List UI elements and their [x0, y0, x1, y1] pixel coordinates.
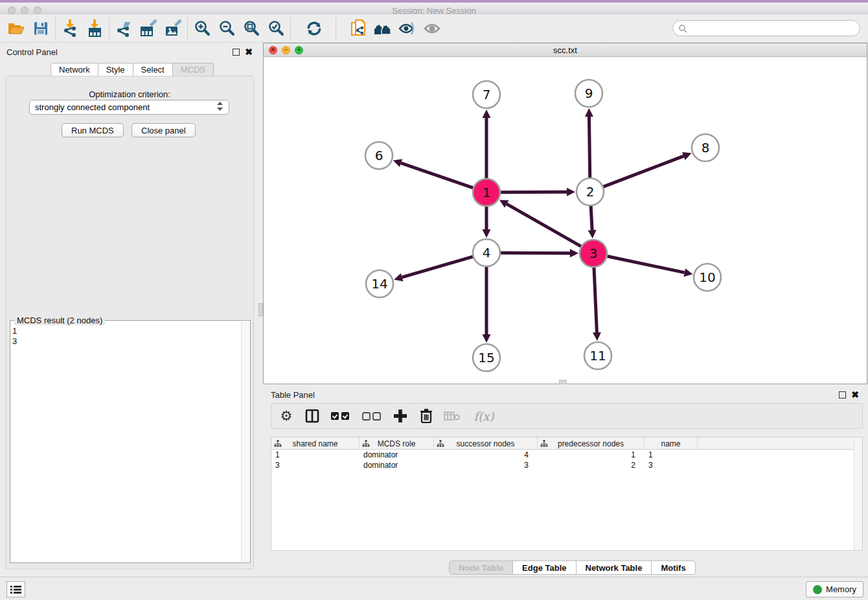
edge-2-3[interactable]: [591, 206, 592, 230]
refresh-icon[interactable]: [302, 17, 326, 40]
export-image-icon[interactable]: [161, 17, 185, 40]
cell-name[interactable]: 1: [645, 450, 698, 460]
optimization-criterion-label: Optimization criterion:: [6, 89, 253, 99]
gear-icon[interactable]: ⚙: [278, 408, 295, 424]
graph-node-label: 10: [699, 270, 715, 285]
network-resize-grip[interactable]: [559, 380, 567, 384]
column-header-name[interactable]: name: [645, 437, 698, 450]
edge-3-11[interactable]: [594, 268, 597, 332]
run-mcds-button[interactable]: Run MCDS: [62, 123, 124, 137]
main-toolbar: [0, 14, 868, 43]
table-row[interactable]: 3dominator323: [271, 460, 854, 470]
edge-arrowhead: [483, 229, 491, 238]
control-panel-title: Control Panel: [6, 47, 58, 57]
zoom-out-icon[interactable]: [214, 17, 239, 40]
edge-arrowhead: [483, 110, 491, 118]
edge-3-1[interactable]: [507, 204, 581, 246]
cell-successor-nodes[interactable]: 3: [434, 460, 538, 470]
edge-2-8[interactable]: [604, 156, 684, 187]
column-header-successor-nodes[interactable]: successor nodes: [434, 437, 538, 450]
list-icon: [10, 585, 21, 594]
edge-3-10[interactable]: [608, 257, 685, 273]
cell-name[interactable]: 3: [645, 460, 698, 470]
graph-node-label: 8: [702, 140, 710, 156]
node-table: shared nameMCDS rolesuccessor nodesprede…: [271, 437, 863, 551]
toolbar-separator: [290, 17, 291, 40]
tab-motifs[interactable]: Motifs: [652, 560, 695, 575]
result-scrollbar[interactable]: [241, 321, 249, 562]
edge-1-2[interactable]: [501, 192, 567, 192]
table-panel: Table Panel ✖ ⚙ f(x) shared nameMCDS ro: [263, 386, 868, 577]
edge-4-3[interactable]: [501, 253, 570, 253]
show-eye-icon[interactable]: [420, 17, 444, 40]
float-table-panel-icon[interactable]: [839, 391, 846, 398]
optimization-criterion-select[interactable]: strongly connected component: [29, 100, 229, 115]
hide-columns-icon[interactable]: [361, 408, 383, 424]
homes-icon[interactable]: [371, 17, 395, 40]
edge-1-6[interactable]: [401, 163, 473, 188]
clone-network-icon[interactable]: [346, 17, 371, 40]
memory-button[interactable]: Memory: [806, 581, 863, 597]
cell-shared-name[interactable]: 3: [271, 460, 360, 470]
tab-mcds[interactable]: MCDS: [173, 63, 214, 76]
graph-node-label: 11: [589, 348, 606, 363]
open-file-icon[interactable]: [4, 17, 29, 40]
hide-eye-icon[interactable]: [395, 17, 420, 40]
delete-column-icon[interactable]: [418, 408, 435, 424]
tab-network-table[interactable]: Network Table: [577, 560, 652, 575]
splitter-grip[interactable]: [258, 303, 263, 316]
toolbar-separator: [336, 17, 336, 40]
edge-arrowhead: [483, 334, 491, 343]
split-columns-icon[interactable]: [304, 408, 321, 424]
edge-2-9[interactable]: [589, 117, 589, 178]
table-scrollbar[interactable]: [854, 437, 862, 550]
export-network-icon[interactable]: [111, 17, 136, 40]
network-window-title: scc.txt: [264, 45, 867, 55]
delete-table-icon: [444, 408, 461, 424]
table-row[interactable]: 1dominator411: [271, 450, 854, 460]
tab-select[interactable]: Select: [133, 63, 173, 76]
tab-node-table[interactable]: Node Table: [449, 560, 513, 575]
cell-shared-name[interactable]: 1: [271, 450, 360, 460]
column-header-predecessor-nodes[interactable]: predecessor nodes: [538, 437, 645, 450]
zoom-selected-icon[interactable]: [264, 17, 288, 40]
show-columns-icon[interactable]: [330, 408, 352, 424]
tree-icon: [362, 440, 370, 447]
export-table-icon[interactable]: [136, 17, 161, 40]
graph-node-label: 7: [483, 87, 491, 102]
column-header-MCDS-role[interactable]: MCDS role: [360, 437, 434, 450]
cell-successor-nodes[interactable]: 4: [434, 450, 538, 460]
save-session-icon[interactable]: [29, 17, 53, 40]
network-view-window: ✕ − + scc.txt 7968124314101511: [263, 43, 867, 384]
close-table-panel-icon[interactable]: ✖: [851, 391, 859, 398]
zoom-fit-icon[interactable]: [239, 17, 264, 40]
column-header-shared-name[interactable]: shared name: [271, 437, 360, 450]
toolbar-separator: [109, 17, 109, 40]
panel-splitter[interactable]: [258, 43, 263, 577]
tab-network[interactable]: Network: [51, 63, 98, 76]
tab-style[interactable]: Style: [98, 63, 133, 76]
edge-4-14[interactable]: [402, 257, 473, 277]
table-body: 1dominator4113dominator323: [271, 450, 854, 550]
float-panel-icon[interactable]: [233, 49, 240, 56]
search-input[interactable]: [687, 22, 860, 35]
close-panel-icon[interactable]: ✖: [245, 49, 253, 56]
cell-MCDS-role[interactable]: dominator: [360, 450, 434, 460]
tree-icon: [437, 440, 444, 447]
close-panel-button[interactable]: Close panel: [131, 123, 196, 137]
mcds-result-text[interactable]: 1 3: [12, 326, 240, 560]
network-canvas[interactable]: 7968124314101511: [264, 57, 867, 384]
network-window-titlebar[interactable]: ✕ − + scc.txt: [264, 43, 867, 57]
tab-edge-table[interactable]: Edge Table: [513, 560, 576, 575]
import-table-icon[interactable]: [82, 17, 107, 40]
add-column-icon[interactable]: [392, 408, 409, 424]
status-bar: Memory: [0, 577, 868, 600]
zoom-in-icon[interactable]: [190, 17, 214, 40]
graph-node-label: 6: [375, 148, 383, 163]
cell-MCDS-role[interactable]: dominator: [360, 460, 434, 470]
task-history-button[interactable]: [6, 581, 25, 597]
cell-predecessor-nodes[interactable]: 1: [538, 450, 645, 460]
cell-predecessor-nodes[interactable]: 2: [538, 460, 645, 470]
import-network-icon[interactable]: [58, 17, 82, 40]
memory-label: Memory: [826, 584, 856, 594]
